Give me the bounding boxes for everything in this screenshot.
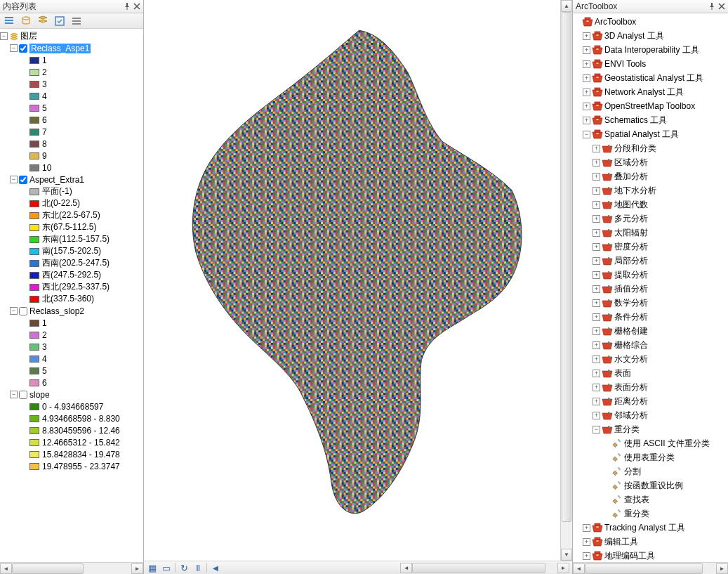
toolbox-item[interactable]: +编辑工具 [573,535,728,549]
legend-item[interactable]: 东南(112.5-157.5) [0,233,143,245]
layer-checkbox[interactable] [19,44,27,53]
vscroll-thumb[interactable] [562,12,571,522]
refresh-button[interactable]: ↻ [178,562,190,573]
legend-item[interactable]: 3 [0,341,143,353]
legend-item[interactable]: 4 [0,90,143,102]
expander-icon[interactable]: + [583,117,590,124]
expander-icon[interactable]: + [583,103,590,110]
expander-icon[interactable]: + [583,60,590,68]
toolbox-item[interactable]: +Tracking Analyst 工具 [573,521,728,535]
expander-icon[interactable]: − [593,426,600,433]
tool-item[interactable]: 按函数重设比例 [573,478,728,493]
expander-icon[interactable]: − [10,44,18,52]
expander-icon[interactable]: + [583,89,590,96]
arctoolbox-root[interactable]: ArcToolbox [573,15,728,29]
toolset-item[interactable]: +地图代数 [573,197,728,211]
legend-item[interactable]: 6 [0,114,143,126]
legend-item[interactable]: 西北(292.5-337.5) [0,281,143,293]
pin-icon[interactable] [707,1,717,11]
toolset-reclass[interactable]: −重分类 [573,422,728,436]
legend-item[interactable]: 2 [0,66,143,78]
expander-icon[interactable]: + [583,538,590,546]
legend-item[interactable]: 东北(22.5-67.5) [0,209,143,221]
list-by-source-icon[interactable] [20,15,32,27]
expander-icon[interactable]: + [593,257,600,265]
legend-item[interactable]: 3 [0,78,143,90]
scroll-down-button[interactable]: ▼ [561,549,572,561]
legend-item[interactable]: 西(247.5-292.5) [0,269,143,281]
pin-icon[interactable] [122,1,132,11]
expander-icon[interactable]: + [583,46,590,54]
scroll-right-button[interactable]: ► [131,563,143,574]
expander-icon[interactable]: + [593,327,600,335]
toolbox-spatial-analyst[interactable]: −Spatial Analyst 工具 [573,127,728,141]
expander-icon[interactable]: + [583,552,590,560]
toolset-item[interactable]: +邻域分析 [573,408,728,422]
toolset-item[interactable]: +叠加分析 [573,169,728,183]
map-vscrollbar[interactable]: ▲ ▼ [560,0,572,561]
map-hscrollbar[interactable]: ◄ ► [400,563,569,573]
layer-checkbox[interactable] [19,307,27,315]
layer-aspect-extra1[interactable]: −Aspect_Extra1 [0,174,143,185]
tool-item[interactable]: 查找表 [573,493,728,507]
expander-icon[interactable]: + [593,370,600,377]
legend-item[interactable]: 8.830459596 - 12.46 [0,424,143,436]
expander-icon[interactable]: + [593,215,600,223]
toolbox-item[interactable]: +3D Analyst 工具 [573,29,728,43]
toolset-item[interactable]: +栅格创建 [573,324,728,338]
scroll-left-button[interactable]: ◄ [0,563,12,574]
toolset-item[interactable]: +分段和分类 [573,141,728,155]
toolbox-item[interactable]: +Schematics 工具 [573,113,728,127]
scroll-thumb[interactable] [412,563,545,573]
expander-icon[interactable]: − [10,391,18,398]
legend-item[interactable]: 0 - 4.934668597 [0,400,143,412]
legend-item[interactable]: 19.478955 - 23.3747 [0,460,143,472]
expander-icon[interactable]: + [593,299,600,307]
scroll-right-button[interactable]: ► [716,563,728,574]
expander-icon[interactable]: + [583,524,590,532]
expander-icon[interactable]: + [593,229,600,237]
expander-icon[interactable]: − [10,176,18,183]
layer-reclass-slop2[interactable]: −Reclass_slop2 [0,305,143,317]
legend-item[interactable]: 1 [0,317,143,329]
toolset-item[interactable]: +提取分析 [573,268,728,282]
toc-hscrollbar[interactable]: ◄ ► [0,562,143,574]
expander-icon[interactable]: + [593,187,600,195]
map-canvas[interactable] [144,0,560,561]
options-icon[interactable] [70,15,83,27]
legend-item[interactable]: 9 [0,150,143,162]
toolset-item[interactable]: +距离分析 [573,394,728,408]
legend-item[interactable]: 4 [0,353,143,365]
toolset-item[interactable]: +表面 [573,366,728,380]
scroll-right-button[interactable]: ► [557,563,569,573]
scroll-track[interactable] [12,563,131,574]
expander-icon[interactable]: + [593,159,600,167]
expander-icon[interactable]: + [593,243,600,251]
layer-checkbox[interactable] [19,176,27,184]
scroll-thumb[interactable] [12,563,84,574]
toolset-item[interactable]: +插值分析 [573,282,728,296]
layer-tree[interactable]: −图层−Reclass_Aspe112345678910−Aspect_Extr… [0,29,143,562]
scroll-left-button[interactable]: ◄ [573,563,585,574]
expander-icon[interactable]: − [0,32,8,40]
layer-reclass-aspe1[interactable]: −Reclass_Aspe1 [0,42,143,54]
scroll-up-button[interactable]: ▲ [561,0,572,12]
layer-slope[interactable]: −slope [0,389,143,400]
toolset-item[interactable]: +栅格综合 [573,338,728,352]
tool-item[interactable]: 分割 [573,464,728,478]
expander-icon[interactable]: + [593,313,600,321]
legend-item[interactable]: 6 [0,377,143,389]
expander-icon[interactable]: + [583,32,590,40]
toolset-item[interactable]: +太阳辐射 [573,226,728,240]
list-by-selection-icon[interactable] [53,15,66,27]
scroll-left-button[interactable]: ◄ [400,563,412,573]
expander-icon[interactable]: − [10,307,18,315]
toolset-item[interactable]: +表面分析 [573,380,728,394]
layout-view-button[interactable]: ▭ [161,562,172,573]
legend-item[interactable]: 15.8428834 - 19.478 [0,448,143,460]
toolset-item[interactable]: +地下水分析 [573,183,728,197]
expander-icon[interactable]: + [593,173,600,181]
legend-item[interactable]: 1 [0,54,143,66]
expander-icon[interactable]: + [593,384,600,391]
expander-icon[interactable]: + [593,341,600,349]
